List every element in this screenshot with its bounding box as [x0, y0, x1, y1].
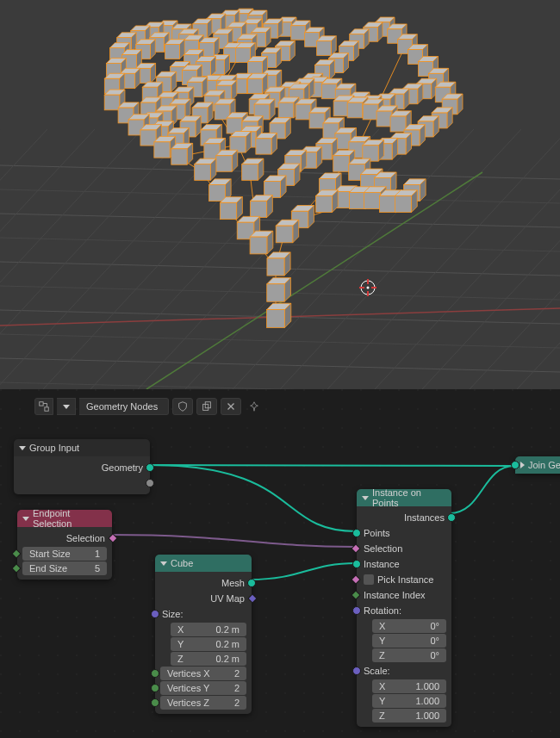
slider-value: 2: [234, 668, 240, 679]
node-title: Endpoint Selection: [33, 508, 107, 529]
svg-rect-468: [209, 185, 226, 202]
svg-rect-435: [333, 156, 350, 172]
scale-z-slider[interactable]: Z1.000: [372, 709, 446, 722]
rotation-x-slider[interactable]: X0°: [372, 619, 446, 633]
svg-rect-348: [309, 113, 325, 128]
socket-instance-in[interactable]: [352, 560, 361, 568]
svg-rect-483: [395, 195, 411, 212]
input-label: Points: [364, 528, 390, 538]
rotation-y-slider[interactable]: Y0°: [372, 634, 446, 648]
socket-row-uvmap: UV Map: [155, 591, 252, 606]
browse-nodegroup-button[interactable]: [34, 398, 53, 415]
slider-value: 2: [234, 698, 240, 708]
node-instance-on-points[interactable]: Instance on Points Instances Points Sele…: [357, 489, 451, 727]
node-header[interactable]: Cube: [155, 555, 252, 572]
slider-label: Y: [379, 636, 385, 646]
scale-y-slider[interactable]: Y1.000: [372, 694, 446, 708]
vertices-x-slider[interactable]: Vertices X2: [160, 667, 246, 680]
slider-value: 0.2 m: [215, 624, 240, 635]
socket-scale[interactable]: [352, 667, 361, 675]
node-cube[interactable]: Cube Mesh UV Map Size: X0.2 m Y0.2 m Z0.…: [155, 555, 252, 714]
input-label: Instance: [364, 559, 400, 569]
svg-rect-225: [247, 78, 262, 93]
socket-vertices-x[interactable]: [151, 669, 159, 678]
link-geometry-join: [148, 465, 514, 466]
svg-rect-408: [154, 142, 170, 158]
slider-label: Z: [177, 654, 184, 664]
size-z-slider[interactable]: Z0.2 m: [171, 652, 246, 666]
socket-size[interactable]: [151, 610, 159, 618]
svg-rect-138: [317, 41, 332, 56]
svg-line-32: [470, 129, 560, 389]
pin-button[interactable]: [245, 398, 264, 415]
slider-value: 0.2 m: [215, 654, 240, 664]
svg-line-8: [0, 358, 560, 372]
scale-label-row: Scale:: [357, 663, 451, 679]
slider-label: End Size: [29, 563, 67, 574]
slider-value: 1: [95, 549, 100, 559]
browse-nodegroup-dropdown[interactable]: [57, 398, 76, 415]
pick-instance-checkbox[interactable]: [364, 574, 374, 585]
socket-points-in[interactable]: [352, 529, 361, 537]
node-group-input[interactable]: Group Input Geometry: [14, 439, 150, 494]
svg-line-19: [0, 129, 95, 389]
unlink-button[interactable]: [221, 398, 241, 415]
size-y-slider[interactable]: Y0.2 m: [171, 637, 246, 651]
svg-rect-315: [347, 102, 363, 118]
vertices-y-slider[interactable]: Vertices Y2: [160, 681, 246, 695]
svg-line-21: [0, 129, 190, 389]
slider-value: 0.2 m: [215, 639, 240, 649]
socket-row-index: Instance Index: [357, 587, 451, 603]
socket-instances-out[interactable]: [447, 513, 456, 522]
cursor-3d: [359, 279, 376, 296]
size-x-slider[interactable]: X0.2 m: [171, 623, 246, 636]
input-label: Instance Index: [364, 590, 426, 600]
slider-label: X: [379, 621, 385, 631]
node-title: Cube: [171, 558, 193, 568]
node-endpoint-selection[interactable]: Endpoint Selection Selection Start Size …: [17, 510, 112, 580]
slider-label: Y: [177, 639, 184, 649]
socket-mesh-out[interactable]: [247, 579, 256, 587]
slider-value: 1.000: [415, 681, 439, 691]
svg-rect-426: [171, 149, 187, 164]
svg-line-7: [0, 334, 560, 348]
slider-label: X: [177, 624, 184, 635]
socket-geometry-in[interactable]: [511, 461, 520, 469]
start-size-slider[interactable]: Start Size 1: [22, 547, 107, 561]
svg-rect-507: [267, 258, 284, 276]
svg-rect-384: [140, 130, 156, 146]
output-label: Selection: [66, 533, 105, 543]
scale-x-slider[interactable]: X1.000: [372, 679, 446, 693]
duplicate-icon: [201, 400, 213, 412]
node-editor[interactable]: Geometry Nodes Group Input Geometry Endp…: [0, 389, 560, 738]
socket-geometry-out[interactable]: [146, 463, 154, 472]
socket-vertices-y[interactable]: [151, 684, 159, 692]
nodegroup-name-field[interactable]: Geometry Nodes: [79, 398, 169, 415]
socket-vertices-z[interactable]: [151, 698, 159, 707]
svg-rect-504: [250, 237, 267, 254]
vertices-z-slider[interactable]: Vertices Z2: [160, 696, 246, 710]
fake-user-button[interactable]: [196, 398, 217, 415]
shield-button[interactable]: [172, 398, 193, 415]
chevron-down-icon: [362, 496, 369, 500]
end-size-slider[interactable]: End Size 5: [22, 561, 107, 575]
node-join-geometry[interactable]: Join Geo: [515, 456, 560, 474]
svg-rect-438: [216, 156, 233, 172]
socket-extend[interactable]: [146, 479, 154, 487]
rotation-z-slider[interactable]: Z0°: [372, 648, 446, 662]
node-header[interactable]: Group Input: [14, 439, 150, 456]
viewport-3d[interactable]: [0, 0, 560, 389]
input-label: Selection: [364, 543, 402, 554]
socket-rotation[interactable]: [352, 606, 361, 615]
chevron-down-icon: [22, 517, 29, 521]
node-header[interactable]: Join Geo: [515, 456, 560, 474]
output-label: UV Map: [210, 593, 245, 604]
node-header[interactable]: Instance on Points: [357, 489, 451, 506]
slider-label: X: [379, 681, 385, 691]
output-label: Geometry: [102, 462, 143, 473]
svg-rect-162: [236, 48, 251, 63]
svg-line-18: [0, 129, 47, 389]
input-label: Scale:: [364, 666, 390, 676]
node-header[interactable]: Endpoint Selection: [17, 510, 112, 527]
viewport-canvas[interactable]: [0, 0, 560, 389]
